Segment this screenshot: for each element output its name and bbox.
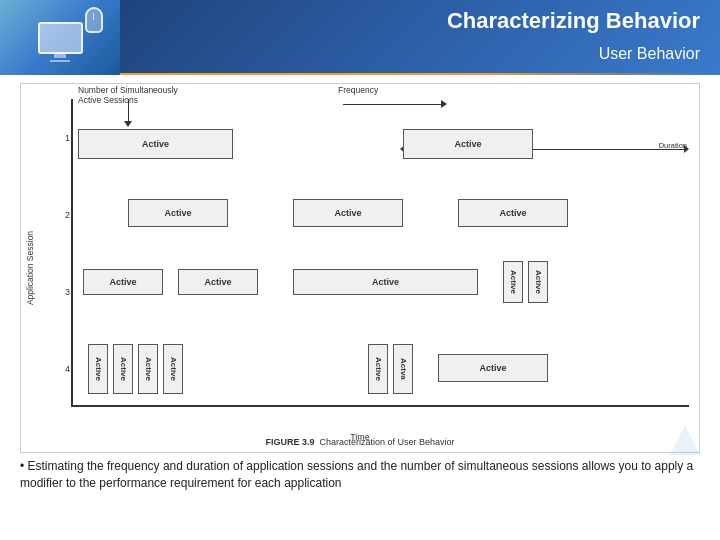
arrow-right-freq bbox=[343, 104, 443, 105]
active-row1-7: Active bbox=[438, 354, 548, 382]
header-subtitle: User Behavior bbox=[599, 45, 700, 63]
active-row3-2: Active bbox=[293, 199, 403, 227]
header-line bbox=[120, 73, 720, 75]
figure-caption: FIGURE 3.9 Characterization of User Beha… bbox=[265, 437, 454, 447]
y-tick-2: 2 bbox=[56, 210, 70, 220]
active-row3-3: Active bbox=[458, 199, 568, 227]
header: Characterizing Behavior User Behavior bbox=[0, 0, 720, 75]
diagram-inner: Number of SimultaneouslyActive Sessions … bbox=[71, 99, 689, 407]
active-row1-3: Active bbox=[138, 344, 158, 394]
active-row1-4: Active bbox=[163, 344, 183, 394]
active-row1-2: Active bbox=[113, 344, 133, 394]
y-ticks: 4 3 2 1 bbox=[56, 99, 70, 407]
header-image bbox=[0, 0, 120, 75]
y-tick-3: 3 bbox=[56, 287, 70, 297]
arrowhead-dur-right bbox=[684, 145, 689, 153]
diagram: Application Session 4 3 2 1 Number of Si… bbox=[20, 83, 700, 453]
active-row4-2: Active bbox=[403, 129, 533, 159]
active-row2-1: Active bbox=[83, 269, 163, 295]
active-row1-6: Actva bbox=[393, 344, 413, 394]
main-content: Application Session 4 3 2 1 Number of Si… bbox=[0, 75, 720, 500]
svg-marker-0 bbox=[670, 425, 700, 455]
arrowhead-down-1 bbox=[124, 121, 132, 127]
top-label-frequency: Frequency bbox=[338, 85, 378, 95]
active-row2-3: Active bbox=[293, 269, 478, 295]
y-tick-4: 4 bbox=[56, 364, 70, 374]
y-tick-1: 1 bbox=[56, 133, 70, 143]
arrowhead-freq bbox=[441, 100, 447, 108]
active-row3-1: Active bbox=[128, 199, 228, 227]
active-row4-1: Active bbox=[78, 129, 233, 159]
bottom-text: • Estimating the frequency and duration … bbox=[15, 458, 705, 492]
y-axis-label: Application Session bbox=[23, 114, 37, 422]
active-row2-v2: Active bbox=[528, 261, 548, 303]
active-row1-1: Active bbox=[88, 344, 108, 394]
header-title: Characterizing Behavior bbox=[447, 8, 700, 34]
active-row2-2: Active bbox=[178, 269, 258, 295]
active-row2-v1: Active bbox=[503, 261, 523, 303]
active-row1-5: Active bbox=[368, 344, 388, 394]
arrow-down-1 bbox=[128, 99, 129, 121]
watermark bbox=[665, 420, 705, 460]
